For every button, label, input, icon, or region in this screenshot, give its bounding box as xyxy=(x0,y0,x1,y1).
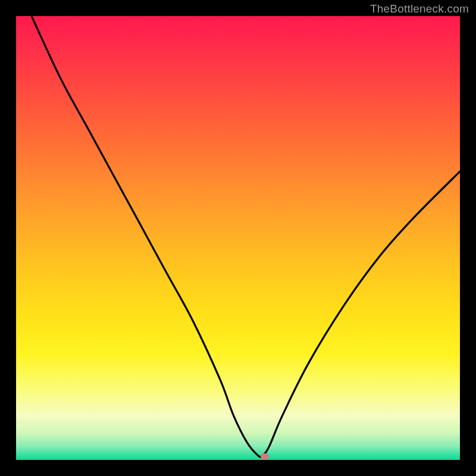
optimal-marker xyxy=(261,453,269,459)
chart-area xyxy=(16,16,460,460)
bottleneck-curve xyxy=(16,16,460,460)
credit-text: TheBottleneck.com xyxy=(370,2,469,15)
